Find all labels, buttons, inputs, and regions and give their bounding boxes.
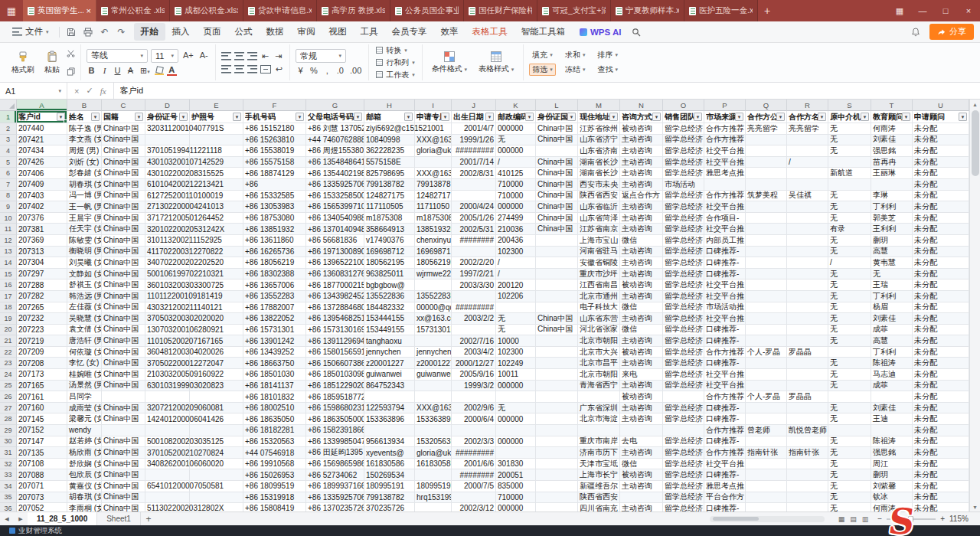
cell-U35[interactable]: 未分配 [913, 492, 969, 504]
cell-Q19[interactable] [746, 313, 787, 325]
document-tab[interactable]: 宁夏教师样本.xlsx [611, 0, 684, 21]
cell-G19[interactable]: +86 1395468251 [306, 313, 364, 325]
cell-K11[interactable]: 210036 [496, 224, 536, 235]
cell-I13[interactable]: 16969871 [415, 247, 452, 258]
cell-L15[interactable] [536, 269, 578, 280]
cell-D19[interactable]: 370503200302020020 [145, 313, 190, 325]
confirm-entry-icon[interactable]: ✓ [86, 86, 93, 96]
cell-R10[interactable] [787, 213, 828, 224]
cell-K35[interactable]: 710000 [496, 492, 536, 504]
cell-T30[interactable]: 陈祖涛 [871, 436, 913, 448]
cell-I33[interactable] [415, 469, 452, 481]
cell-R7[interactable] [787, 179, 828, 191]
cell-A30[interactable]: 207147 [17, 436, 67, 448]
cell-I6[interactable]: XXX@163.c [415, 168, 452, 179]
cell-D35[interactable] [145, 492, 190, 504]
cell-R24[interactable] [787, 369, 828, 381]
cell-R9[interactable] [787, 201, 828, 213]
cell-B30[interactable]: 赵若婷 (女 [67, 436, 102, 448]
cell-D36[interactable]: 51130220020312802X [145, 503, 190, 511]
cell-G17[interactable]: +86 1343982452 [306, 291, 364, 302]
cell-H31[interactable]: xyevents@ [364, 447, 415, 459]
cell-J31[interactable]: ######### [452, 447, 496, 459]
filter-button[interactable]: ▼ [179, 113, 188, 121]
cell-R16[interactable] [787, 279, 828, 291]
row-header-6[interactable]: 6 [0, 168, 17, 179]
percent-format-button[interactable]: % [309, 66, 319, 76]
cell-D30[interactable]: 500108200203035125 [145, 436, 190, 448]
cell-C6[interactable]: China中国 [102, 168, 145, 179]
header-cell-M1[interactable]: 现住地址▼ [578, 111, 620, 123]
cell-A34[interactable]: 207071 [17, 481, 67, 492]
cell-R13[interactable] [787, 247, 828, 258]
cell-M6[interactable]: 湖南省长沙 [578, 168, 620, 179]
header-cell-B1[interactable]: 姓名▼ [67, 111, 102, 123]
cell-I21[interactable] [415, 335, 452, 347]
cell-N17[interactable]: 主动咨询 [620, 291, 663, 302]
cell-R29[interactable]: 凯悦曾老师 [787, 425, 828, 436]
cell-G24[interactable]: +86 1850103098 [306, 369, 364, 381]
column-header-H[interactable]: H [364, 100, 415, 111]
cell-G13[interactable]: +86 1971300890 [306, 247, 364, 258]
cell-N21[interactable]: 主动咨询 [620, 335, 663, 347]
cell-L17[interactable] [536, 291, 578, 302]
cell-C12[interactable]: China中国 [102, 235, 145, 247]
cell-I34[interactable]: 18099519E [415, 481, 452, 492]
cell-O33[interactable]: 留学总经济 [663, 469, 704, 481]
cell-S17[interactable]: 无 [828, 291, 871, 302]
cell-B13[interactable]: 衡晓明 (男 [67, 247, 102, 258]
cell-U33[interactable]: 未分配 [913, 469, 969, 481]
currency-format-button[interactable]: ¥ [296, 66, 305, 76]
cell-S4[interactable]: 无 [828, 145, 871, 157]
cell-M36[interactable]: 四川省南充 [578, 503, 620, 511]
cell-H11[interactable]: 358664913 [364, 224, 415, 235]
cell-I11[interactable]: 13851932E [415, 224, 452, 235]
cell-Q24[interactable] [746, 369, 787, 381]
cell-Q23[interactable] [746, 358, 787, 369]
cell-S20[interactable]: 无 [828, 325, 871, 336]
minimize-icon[interactable]: — [911, 0, 934, 21]
cell-G4[interactable]: +86 周煜155380 [306, 145, 364, 157]
cell-C25[interactable]: China中国 [102, 381, 145, 392]
cell-K24[interactable]: 10011 [496, 369, 536, 381]
cell-D16[interactable]: 360103200303300725 [145, 279, 190, 291]
cell-A16[interactable]: 207288 [17, 279, 67, 291]
cell-S3[interactable]: 无 [828, 135, 871, 146]
cell-K16[interactable]: 200120 [496, 279, 536, 291]
cell-G12[interactable]: +86 56681836 [306, 235, 364, 247]
cell-K22[interactable]: 102300 [496, 347, 536, 358]
cell-U32[interactable]: 未分配 [913, 459, 969, 470]
cell-J5[interactable]: 2001/7/14 [452, 157, 496, 168]
align-right-icon[interactable] [247, 65, 257, 74]
cell-R8[interactable]: 吴佳祺 [787, 191, 828, 202]
cell-I26[interactable] [415, 391, 452, 403]
row-header-17[interactable]: 17 [0, 291, 17, 302]
row-header-33[interactable]: 33 [0, 469, 17, 481]
cell-T5[interactable]: 苗再冉 [871, 157, 913, 168]
cell-N31[interactable]: 主动咨询 [620, 447, 663, 459]
cell-L33[interactable] [536, 469, 578, 481]
cell-O9[interactable]: 留学总经济 [663, 201, 704, 213]
cell-G36[interactable]: +86 1370235726 [306, 503, 364, 511]
cell-K25[interactable]: 000000 [496, 381, 536, 392]
cell-L34[interactable] [536, 481, 578, 492]
cell-M2[interactable]: 江苏省徐州 [578, 123, 620, 135]
cell-N27[interactable]: 主动咨询 [620, 403, 663, 414]
cell-G31[interactable]: +86 田延昀1395 [306, 447, 364, 459]
cell-D13[interactable]: 411702200312270822 [145, 247, 190, 258]
cell-Q11[interactable] [746, 224, 787, 235]
cell-S24[interactable]: 无 [828, 369, 871, 381]
cell-N13[interactable]: 主动咨询 [620, 247, 663, 258]
cell-O28[interactable]: 留学总经济 [663, 413, 704, 425]
cell-M14[interactable]: 安徽省铜陵 [578, 257, 620, 269]
cell-L20[interactable]: China中国 [536, 325, 578, 336]
cell-G14[interactable]: +86 1396522100 [306, 257, 364, 269]
cell-U7[interactable]: 未分配 [913, 179, 969, 191]
cell-I16[interactable] [415, 279, 452, 291]
cell-T3[interactable]: 刘素佳 [871, 135, 913, 146]
cell-Q22[interactable]: 个人-罗晶 [746, 347, 787, 358]
borders-button[interactable]: ⊞▾ [139, 66, 152, 77]
cell-M21[interactable]: 北京市朝阳 [578, 335, 620, 347]
cell-G25[interactable]: +86 1851229020 [306, 381, 364, 392]
cell-T12[interactable]: 蒯玥 [871, 235, 913, 247]
